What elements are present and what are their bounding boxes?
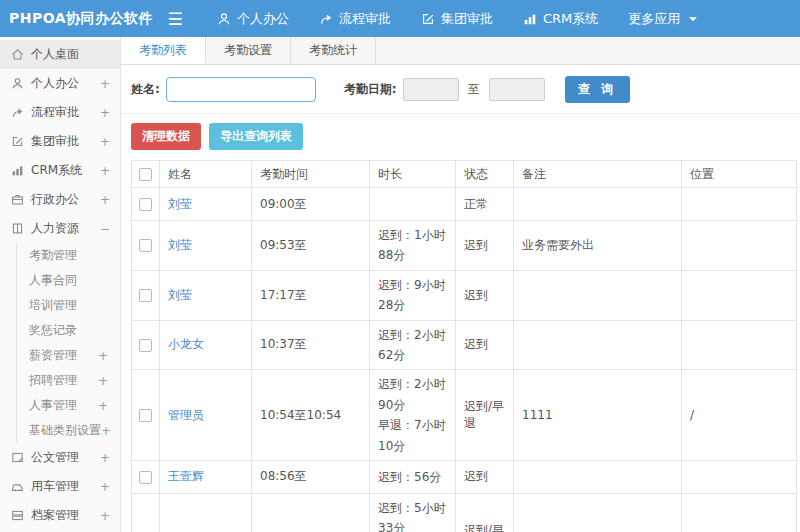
- expand-toggle-icon[interactable]: +: [100, 509, 110, 523]
- duration: 迟到：5小时33分 早退：4小时67分: [370, 493, 456, 532]
- location: [682, 320, 797, 370]
- table-row: 刘莹09:00至正常: [132, 188, 797, 221]
- employee-name-link[interactable]: 刘莹: [168, 238, 192, 252]
- home-icon: [11, 48, 24, 61]
- expand-toggle-icon[interactable]: +: [100, 164, 110, 178]
- app-logo: PHPOA协同办公软件: [0, 10, 158, 28]
- sidebar-item-label: 行政办公: [31, 191, 79, 208]
- note: 1111: [514, 370, 682, 461]
- column-header-1: 考勤时间: [252, 161, 370, 188]
- topnav-item-0[interactable]: 个人办公: [217, 10, 289, 28]
- sidebar-item-1[interactable]: 个人办公+: [0, 69, 120, 98]
- note: [514, 460, 682, 493]
- note: 业务需要外出: [514, 221, 682, 271]
- clean-data-button[interactable]: 清理数据: [131, 123, 201, 150]
- duration: 迟到：56分: [370, 460, 456, 493]
- sidebar-item-12[interactable]: 招聘管理+: [16, 368, 120, 393]
- caret-down-icon: [686, 12, 700, 26]
- location: [682, 270, 797, 320]
- sidebar-item-5[interactable]: 行政办公+: [0, 185, 120, 214]
- topnav-item-label: CRM系统: [543, 10, 598, 28]
- expand-toggle-icon[interactable]: +: [100, 106, 110, 120]
- sidebar-item-15[interactable]: 公文管理+: [0, 443, 120, 472]
- sidebar-item-17[interactable]: 档案管理+: [0, 501, 120, 530]
- note: [514, 493, 682, 532]
- row-checkbox[interactable]: [139, 409, 152, 422]
- topnav-item-3[interactable]: CRM系统: [523, 10, 598, 28]
- employee-name-link[interactable]: 管理员: [168, 408, 204, 422]
- chart-icon: [523, 12, 537, 26]
- sidebar-item-9[interactable]: 培训管理: [16, 293, 120, 318]
- expand-toggle-icon[interactable]: +: [100, 451, 110, 465]
- tab-1[interactable]: 考勤设置: [206, 37, 291, 64]
- name-input[interactable]: [166, 77, 316, 102]
- expand-toggle-icon[interactable]: +: [100, 193, 110, 207]
- status-badge: 迟到: [456, 320, 514, 370]
- date-from-input[interactable]: [403, 78, 459, 101]
- sidebar-item-0[interactable]: 个人桌面: [0, 40, 120, 69]
- expand-toggle-icon[interactable]: +: [100, 135, 110, 149]
- duration: 迟到：9小时28分: [370, 270, 456, 320]
- date-to-input[interactable]: [489, 78, 545, 101]
- sidebar-item-10[interactable]: 奖惩记录: [16, 318, 120, 343]
- attendance-time: 13:20至13:20: [252, 493, 370, 532]
- expand-toggle-icon[interactable]: +: [101, 424, 111, 438]
- sidebar-item-label: 奖惩记录: [29, 322, 77, 339]
- user-icon: [217, 12, 231, 26]
- topnav-item-4[interactable]: 更多应用: [628, 10, 700, 28]
- row-checkbox[interactable]: [139, 471, 152, 484]
- sidebar-item-8[interactable]: 人事合同: [16, 268, 120, 293]
- attendance-time: 09:00至: [252, 188, 370, 221]
- sidebar-item-11[interactable]: 薪资管理+: [16, 343, 120, 368]
- topnav-item-label: 更多应用: [628, 10, 680, 28]
- sidebar-item-label: 公文管理: [31, 449, 79, 466]
- topnav-item-label: 个人办公: [237, 10, 289, 28]
- employee-name-link[interactable]: 刘莹: [168, 288, 192, 302]
- topnav-item-label: 流程审批: [339, 10, 391, 28]
- date-to-separator: 至: [468, 81, 480, 98]
- sidebar-item-7[interactable]: 考勤管理: [16, 243, 120, 268]
- hamburger-icon[interactable]: ☰: [158, 9, 192, 29]
- sidebar-item-14[interactable]: 基础类别设置+: [16, 418, 120, 443]
- sidebar-item-16[interactable]: 用车管理+: [0, 472, 120, 501]
- sidebar-item-6[interactable]: 人力资源−: [0, 214, 120, 243]
- book-icon: [11, 222, 24, 235]
- sidebar-item-3[interactable]: 集团审批+: [0, 127, 120, 156]
- top-navbar: PHPOA协同办公软件 ☰ 个人办公流程审批集团审批CRM系统更多应用: [0, 0, 800, 37]
- topnav-item-1[interactable]: 流程审批: [319, 10, 391, 28]
- employee-name-link[interactable]: 王壹辉: [168, 469, 204, 483]
- tab-0[interactable]: 考勤列表: [121, 37, 206, 64]
- row-checkbox[interactable]: [139, 289, 152, 302]
- select-all-checkbox[interactable]: [139, 168, 152, 181]
- row-checkbox[interactable]: [139, 339, 152, 352]
- expand-toggle-icon[interactable]: +: [98, 349, 108, 363]
- search-button[interactable]: 查 询: [565, 76, 630, 103]
- row-checkbox[interactable]: [139, 198, 152, 211]
- location: [682, 460, 797, 493]
- expand-toggle-icon[interactable]: +: [100, 77, 110, 91]
- sidebar-item-13[interactable]: 人事管理+: [16, 393, 120, 418]
- expand-toggle-icon[interactable]: +: [100, 480, 110, 494]
- status-badge: 正常: [456, 188, 514, 221]
- expand-toggle-icon[interactable]: +: [98, 399, 108, 413]
- flow-icon: [11, 106, 24, 119]
- sidebar-item-2[interactable]: 流程审批+: [0, 98, 120, 127]
- sidebar-item-label: 个人办公: [31, 75, 79, 92]
- expand-toggle-icon[interactable]: −: [100, 222, 110, 236]
- employee-name-link[interactable]: 小龙女: [168, 337, 204, 351]
- sidebar-item-label: 人力资源: [31, 220, 79, 237]
- table-row: 王壹辉08:56至迟到：56分迟到: [132, 460, 797, 493]
- expand-toggle-icon[interactable]: +: [98, 374, 108, 388]
- location: /: [682, 493, 797, 532]
- car-icon: [11, 480, 24, 493]
- topnav-item-2[interactable]: 集团审批: [421, 10, 493, 28]
- location: [682, 221, 797, 271]
- export-list-button[interactable]: 导出查询列表: [209, 123, 303, 150]
- sidebar-item-label: 人事合同: [29, 272, 77, 289]
- employee-name-link[interactable]: 刘莹: [168, 197, 192, 211]
- tab-2[interactable]: 考勤统计: [291, 37, 376, 64]
- status-badge: 迟到/早退: [456, 493, 514, 532]
- sidebar-item-4[interactable]: CRM系统+: [0, 156, 120, 185]
- attendance-time: 09:53至: [252, 221, 370, 271]
- row-checkbox[interactable]: [139, 239, 152, 252]
